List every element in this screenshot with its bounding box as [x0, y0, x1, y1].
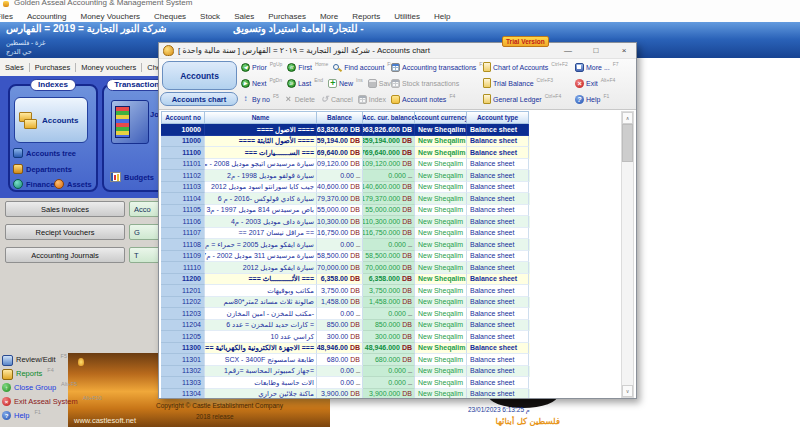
menu-reports[interactable]: Reports	[345, 12, 387, 21]
departments-button[interactable]: Departments	[13, 164, 72, 174]
save-button[interactable]: Save	[368, 79, 391, 88]
menu-utilities[interactable]: Utilities	[387, 12, 427, 21]
table-row-11203[interactable]: 11203-مكتب للمخزن - امين المخازن0.00ــ0.…	[161, 308, 530, 320]
scroll-up-arrow-icon[interactable]: ∧	[622, 112, 633, 124]
index-button[interactable]: Index	[358, 95, 386, 104]
column-header-balance[interactable]: Balance	[317, 111, 363, 124]
trial-balance-button[interactable]: Trial BalanceCtrl+F3	[483, 78, 553, 88]
first-button[interactable]: FirstHome	[287, 63, 328, 72]
table-row-11301[interactable]: 11301طابعة سامسونج SCX - 3400F680.00DB68…	[161, 354, 530, 366]
column-header-account-no[interactable]: Account no	[161, 111, 205, 124]
minimize-button[interactable]: —	[556, 44, 580, 58]
last-button[interactable]: LastEnd	[287, 79, 323, 88]
close-group-button[interactable]: ↑Close GroupAlt+F5	[2, 383, 77, 392]
table-row-11106[interactable]: 11106سيارة داف موديل 2003 - م4110,300.00…	[161, 216, 530, 228]
accounting-transactions-button[interactable]: Accounting transactionsF2	[391, 63, 483, 72]
menu-files[interactable]: Files	[0, 12, 20, 21]
table-row-11107[interactable]: 11107== مرافل نيسان 2017 ==116,750.00DB1…	[161, 228, 530, 240]
table-row-11200[interactable]: 11200=== الأثــــــــــاث ===6,358.00DB6…	[161, 274, 530, 286]
column-header-account-currency[interactable]: Account currency	[415, 111, 467, 124]
general-ledger-button[interactable]: General LedgerCtrl+F4	[483, 94, 561, 104]
table-row-11102[interactable]: 11102سيارة فولفو موديل 1998 - م20.00ــ0.…	[161, 170, 530, 182]
budgets-button[interactable]: Budgets	[110, 172, 154, 182]
table-row-11303[interactable]: 11303الات حاسبة وطابعات0.00ــ0.000ــNew …	[161, 377, 530, 389]
help-button[interactable]: HelpF1	[575, 95, 609, 104]
stock-transactions-button[interactable]: Stock transactions	[391, 79, 459, 88]
column-header-account-type[interactable]: Account type	[467, 111, 529, 124]
help-button[interactable]: ?HelpF1	[2, 411, 41, 420]
cell-account-no: 11300	[161, 343, 205, 355]
tab-accounts-chart[interactable]: Accounts chart	[160, 92, 238, 106]
menu-help[interactable]: Help	[427, 12, 457, 21]
tab-accounts[interactable]: Accounts	[162, 61, 237, 90]
menu-sales[interactable]: Sales	[227, 12, 261, 21]
table-row-11103[interactable]: 11103جيب كايا سورانتو اسود موديل 2012140…	[161, 182, 530, 194]
account-notes-button[interactable]: Account notesF4	[391, 95, 455, 104]
exit-button[interactable]: ExitAlt+F4	[575, 79, 615, 88]
prior-button[interactable]: PriorPgUp	[241, 63, 282, 72]
table-row-10000[interactable]: 10000==== الاصول ====963,826.60DB963,826…	[161, 124, 530, 136]
window-titlebar[interactable]: Accounts chart - شركة النور التجارية = ٢…	[159, 43, 636, 59]
accounting-journals-button[interactable]: Accounting Journals	[5, 247, 125, 263]
find-account-button[interactable]: Find accountF6	[333, 63, 391, 72]
journals-icon[interactable]	[111, 100, 149, 144]
table-row-11201[interactable]: 11201مكاتب وبوفيهات3,750.00DB3,750.000DB…	[161, 285, 530, 297]
more-button[interactable]: More ...F7	[575, 63, 619, 72]
table-row-11000[interactable]: 11000==== الأصول الثابتة ====359,194.00D…	[161, 136, 530, 148]
table-row-11105[interactable]: 11105باص مرسيدس 814 موديل 1997 - م355,00…	[161, 205, 530, 217]
cell-balance: 6,358.00DB	[317, 274, 363, 286]
menu-cheques[interactable]: Cheques	[147, 12, 193, 21]
table-row-11101[interactable]: 11101سيارة مرسيدس اتيجو موديل 2008 - م11…	[161, 159, 530, 171]
menu-more[interactable]: More	[313, 12, 345, 21]
sales-invoices-button[interactable]: Sales invoices	[5, 201, 125, 217]
shortcut-label: F2	[479, 61, 483, 67]
cell-balance: 48,946.00DB	[317, 343, 363, 355]
scrollbar-thumb[interactable]	[622, 124, 633, 162]
cell-account-no: 11000	[161, 136, 205, 148]
delete-button[interactable]: Delete	[284, 95, 315, 104]
assets-button[interactable]: Assets	[54, 179, 92, 189]
note-icon	[391, 95, 400, 104]
table-row-11202[interactable]: 11202صالونة ثلاث مساند 2متر*80سم1,458.00…	[161, 297, 530, 309]
close-button[interactable]: ×	[612, 44, 636, 58]
cell-account-no: 11103	[161, 182, 205, 194]
exit-asseal-system-button[interactable]: ×Exit Asseal SystemAlt+F10	[2, 397, 102, 406]
menu-accounting[interactable]: Accounting	[20, 12, 74, 21]
table-row-11205[interactable]: 11205كراسي عدد 10300.00DB300.000DBNew Sh…	[161, 331, 530, 343]
column-header-name[interactable]: Name	[205, 111, 317, 124]
table-row-11109[interactable]: 11109سيارة مرسيدس 311 موديل 2002 - م758,…	[161, 251, 530, 263]
by-no-button[interactable]: By noF5	[241, 95, 279, 104]
accounts-tree-button[interactable]: Accounts tree	[13, 148, 76, 158]
assets-icon	[54, 179, 64, 189]
maximize-button[interactable]: □	[584, 44, 608, 58]
next-button[interactable]: NextPgDn	[241, 79, 282, 88]
table-row-11110[interactable]: 11110سيارة ايفكو موديل 201270,000.00DB70…	[161, 262, 530, 274]
scroll-down-arrow-icon[interactable]: ∨	[622, 385, 633, 397]
table-row-11104[interactable]: 11104سيارة كادي فولوكس -2016 - م 6179,37…	[161, 193, 530, 205]
cell-account-no: 11109	[161, 251, 205, 263]
chart-of-accounts-button[interactable]: Chart of AccountsCtrl+F2	[483, 62, 568, 72]
menu-money-vouchers[interactable]: Money Vouchers	[73, 12, 147, 21]
review-edit-button[interactable]: Review/EditF5	[2, 355, 67, 366]
new-icon	[328, 79, 337, 88]
vertical-scrollbar[interactable]: ∧ ∨	[621, 111, 634, 398]
accounts-button[interactable]: Accounts	[14, 97, 88, 143]
table-row-11204[interactable]: 11204= كارات حديد للمخزن = عدد 6850.00DB…	[161, 320, 530, 332]
reciept-vouchers-button[interactable]: Reciept Vouchers	[5, 224, 125, 240]
module-tab-sales[interactable]: Sales	[0, 63, 30, 72]
table-row-11300[interactable]: 11300=== الاجهزة الالكترونية والكهربائية…	[161, 343, 530, 355]
cell-currency: New Sheqalim	[415, 193, 467, 205]
reports-button[interactable]: ReportsF4	[2, 369, 54, 380]
module-tab-money-vouchers[interactable]: Money vouchers	[76, 63, 142, 72]
table-row-11302[interactable]: 11302=جهاز كمبيوتر المحاسبة =رقم10.00ــ0…	[161, 366, 530, 378]
shortcut-label: F4	[47, 367, 53, 373]
table-row-11108[interactable]: 11108سيارة ايفكو موديل 2005 = حمراء = م5…	[161, 239, 530, 251]
menu-stock[interactable]: Stock	[193, 12, 227, 21]
new-button[interactable]: NewIns	[328, 79, 363, 88]
column-header-acc-cur-balance[interactable]: Acc. cur. balance	[363, 111, 415, 124]
table-row-11100[interactable]: 11100=== الســـــــيارات ===769,640.00DB…	[161, 147, 530, 159]
module-tab-purchases[interactable]: Purchases	[30, 63, 76, 72]
table-row-11304[interactable]: 11304ماكنة جلائين حراري3,900.00DB3,900.0…	[161, 389, 530, 399]
cancel-button[interactable]: Cancel	[320, 95, 353, 104]
menu-purchases[interactable]: Purchases	[261, 12, 313, 21]
